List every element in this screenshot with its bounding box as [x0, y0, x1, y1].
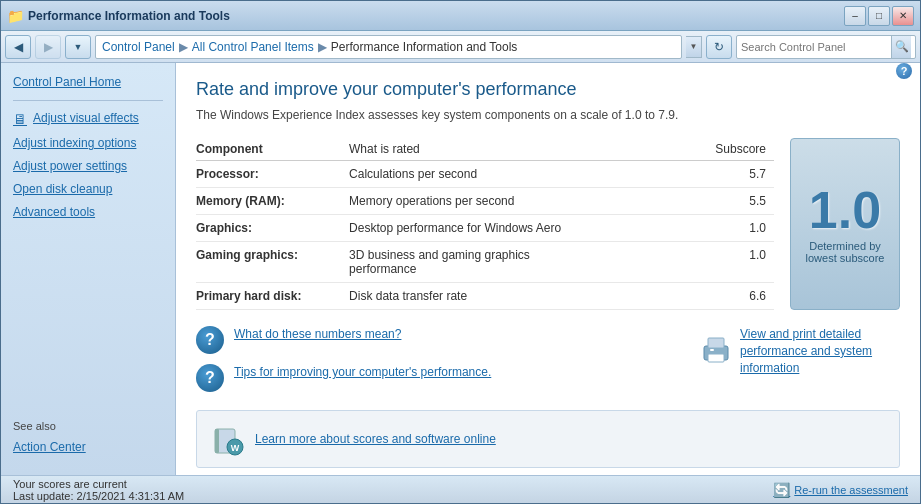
minimize-button[interactable]: – [844, 6, 866, 26]
learn-more-section: W Learn more about scores and software o… [196, 410, 900, 468]
link-row-2: ? Tips for improving your computer's per… [196, 364, 698, 392]
folder-icon: 📁 [7, 8, 24, 24]
breadcrumb-current: Performance Information and Tools [331, 40, 518, 54]
sidebar-item-cp-home[interactable]: Control Panel Home [1, 71, 175, 94]
breadcrumb-sep-1: ▶ [179, 40, 188, 54]
breadcrumb-all-items[interactable]: All Control Panel Items [192, 40, 314, 54]
visual-effects-icon: 🖥 [13, 110, 27, 130]
table-row: Memory (RAM): Memory operations per seco… [196, 188, 774, 215]
breadcrumb-control-panel[interactable]: Control Panel [102, 40, 175, 54]
link-numbers-meaning[interactable]: What do these numbers mean? [234, 326, 401, 343]
rerun-label: Re-run the assessment [794, 484, 908, 496]
svg-rect-3 [710, 349, 714, 351]
component-graphics: Graphics: [196, 215, 349, 242]
component-harddisk: Primary hard disk: [196, 283, 349, 310]
desc-gaming: 3D business and gaming graphics performa… [349, 242, 594, 283]
last-update-text: Last update: 2/15/2021 4:31:31 AM [13, 490, 184, 502]
sidebar-divider-1 [13, 100, 163, 101]
sidebar: Control Panel Home 🖥 Adjust visual effec… [1, 63, 176, 475]
base-score-box: 1.0 Determined by lowest subscore [790, 138, 900, 310]
breadcrumb-bar: Control Panel ▶ All Control Panel Items … [95, 35, 682, 59]
back-button[interactable]: ◀ [5, 35, 31, 59]
search-box: 🔍 [736, 35, 916, 59]
component-processor: Processor: [196, 161, 349, 188]
content-area: ? Rate and improve your computer's perfo… [176, 63, 920, 475]
link-row-1: ? What do these numbers mean? [196, 326, 698, 354]
search-input[interactable] [741, 41, 891, 53]
breadcrumb-dropdown-button[interactable]: ▼ [686, 36, 702, 58]
links-section: ? What do these numbers mean? ? Tips for… [196, 326, 900, 402]
question-icon-1: ? [196, 326, 224, 354]
link-tips-improving[interactable]: Tips for improving your computer's perfo… [234, 364, 491, 381]
page-title: Rate and improve your computer's perform… [196, 79, 900, 100]
sidebar-item-power[interactable]: Adjust power settings [1, 155, 175, 178]
table-row: Primary hard disk: Disk data transfer ra… [196, 283, 774, 310]
status-bar: Your scores are current Last update: 2/1… [1, 475, 920, 503]
link-view-print[interactable]: View and print detailed performance and … [740, 326, 900, 376]
table-row: Gaming graphics: 3D business and gaming … [196, 242, 774, 283]
performance-table: Component What is rated Subscore Process… [196, 138, 774, 310]
learn-more-icon: W [209, 421, 245, 457]
desc-processor: Calculations per second [349, 161, 594, 188]
score-graphics: 1.0 [705, 215, 774, 242]
table-row: Graphics: Desktop performance for Window… [196, 215, 774, 242]
col-header-component: Component [196, 138, 349, 161]
performance-section: Component What is rated Subscore Process… [196, 138, 900, 310]
rerun-icon: 🔄 [773, 482, 790, 498]
window-controls: – □ ✕ [844, 6, 914, 26]
printer-icon [698, 336, 734, 366]
base-score-label: Determined by lowest subscore [799, 240, 891, 264]
desc-graphics: Desktop performance for Windows Aero [349, 215, 594, 242]
sidebar-item-indexing[interactable]: Adjust indexing options [1, 132, 175, 155]
score-memory: 5.5 [705, 188, 774, 215]
sidebar-item-advanced-tools[interactable]: Advanced tools [1, 201, 175, 224]
maximize-button[interactable]: □ [868, 6, 890, 26]
svg-text:W: W [231, 443, 240, 453]
sidebar-item-visual-effects[interactable]: 🖥 Adjust visual effects [1, 107, 175, 133]
recent-pages-button[interactable]: ▼ [65, 35, 91, 59]
help-icon[interactable]: ? [896, 63, 912, 79]
component-memory: Memory (RAM): [196, 188, 349, 215]
page-subtitle: The Windows Experience Index assesses ke… [196, 108, 900, 122]
table-row: Processor: Calculations per second 5.7 [196, 161, 774, 188]
component-gaming: Gaming graphics: [196, 242, 349, 283]
address-bar: ◀ ▶ ▼ Control Panel ▶ All Control Panel … [1, 31, 920, 63]
breadcrumb-sep-2: ▶ [318, 40, 327, 54]
col-header-spacer [594, 138, 705, 161]
col-header-rated: What is rated [349, 138, 594, 161]
base-score-value: 1.0 [809, 184, 881, 236]
sidebar-item-disk-cleanup[interactable]: Open disk cleanup [1, 178, 175, 201]
score-gaming: 1.0 [705, 242, 774, 283]
main-window: 📁 Performance Information and Tools – □ … [0, 0, 921, 504]
question-icon-2: ? [196, 364, 224, 392]
search-icon[interactable]: 🔍 [891, 36, 911, 58]
svg-rect-2 [708, 354, 724, 362]
forward-button[interactable]: ▶ [35, 35, 61, 59]
left-links: ? What do these numbers mean? ? Tips for… [196, 326, 698, 402]
see-also-title: See also [13, 420, 163, 432]
score-processor: 5.7 [705, 161, 774, 188]
svg-rect-5 [215, 429, 219, 453]
title-bar: 📁 Performance Information and Tools – □ … [1, 1, 920, 31]
rerun-assessment-link[interactable]: 🔄 Re-run the assessment [773, 482, 908, 498]
link-learn-more[interactable]: Learn more about scores and software onl… [255, 431, 496, 448]
close-button[interactable]: ✕ [892, 6, 914, 26]
score-status-area: Your scores are current Last update: 2/1… [13, 478, 184, 502]
title-bar-title: 📁 Performance Information and Tools [7, 8, 230, 24]
desc-harddisk: Disk data transfer rate [349, 283, 594, 310]
svg-rect-1 [708, 338, 724, 348]
sidebar-item-action-center[interactable]: Action Center [13, 436, 163, 459]
score-status-text: Your scores are current [13, 478, 184, 490]
desc-memory: Memory operations per second [349, 188, 594, 215]
main-container: Control Panel Home 🖥 Adjust visual effec… [1, 63, 920, 475]
right-links: View and print detailed performance and … [698, 326, 900, 376]
score-harddisk: 6.6 [705, 283, 774, 310]
col-header-subscore: Subscore [705, 138, 774, 161]
see-also-section: See also Action Center [1, 412, 175, 467]
refresh-button[interactable]: ↻ [706, 35, 732, 59]
